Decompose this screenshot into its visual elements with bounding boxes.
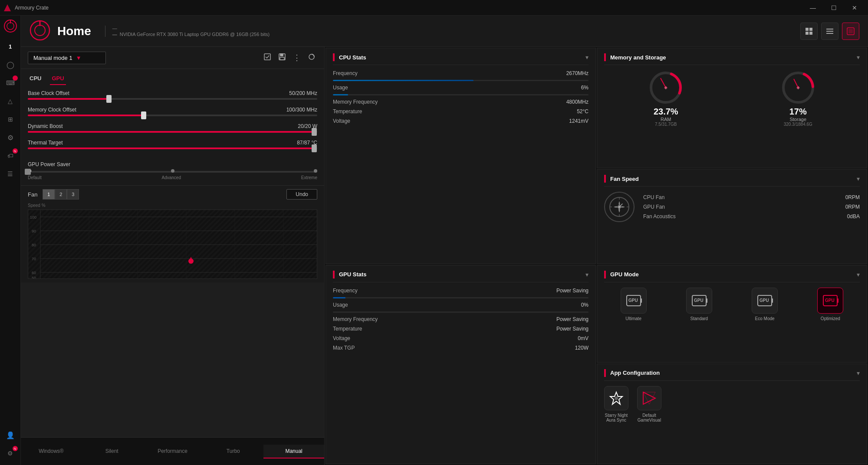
- svg-text:50: 50: [32, 276, 36, 278]
- memory-clock-track[interactable]: [28, 115, 317, 116]
- cpu-frequency-bar: [333, 80, 589, 81]
- gpu-power-saver-track[interactable]: [28, 171, 317, 173]
- memory-clock-label: Memory Clock Offset: [28, 107, 76, 113]
- cpu-stats-expand[interactable]: ▾: [585, 54, 589, 61]
- tab-manual[interactable]: Manual: [263, 445, 324, 458]
- gpu-mode-ultimate[interactable]: GPU Ultimate: [621, 288, 647, 321]
- gpu-frequency-label: Frequency: [333, 288, 358, 294]
- memory-clock-thumb[interactable]: [141, 111, 146, 119]
- settings-icon: ⚙: [7, 450, 13, 457]
- fan-speed-expand[interactable]: ▾: [857, 175, 860, 182]
- cpu-stats-accent: [333, 53, 335, 61]
- fan-speed-title: Fan Speed: [610, 176, 639, 182]
- cpu-usage-bar: [333, 94, 589, 95]
- dynamic-boost-track[interactable]: [28, 131, 317, 133]
- cpu-usage-value: 6%: [581, 85, 589, 91]
- fan-speed-card: Fan Speed ▾: [597, 169, 867, 264]
- sidebar-item-notification[interactable]: △: [2, 93, 19, 109]
- memory-storage-header: Memory and Storage ▾: [604, 53, 860, 65]
- gpu-memfreq-value: Power Saving: [556, 316, 589, 322]
- gpu-stats-expand[interactable]: ▾: [585, 271, 589, 278]
- maximize-button[interactable]: ☐: [824, 0, 844, 16]
- fan-chart[interactable]: 100 90 80 70 60 50: [28, 210, 317, 279]
- sidebar-item-settings[interactable]: ⚙ N: [2, 445, 19, 462]
- right-panel: CPU Stats ▾ Frequency 2670MHz Usage 6%: [325, 47, 868, 465]
- tab-gpu[interactable]: GPU: [50, 72, 66, 85]
- sidebar-item-profile[interactable]: 👤: [2, 427, 19, 443]
- base-clock-track[interactable]: [28, 98, 317, 100]
- svg-rect-12: [826, 31, 833, 32]
- gpu-maxtgp-label: Max TGP: [333, 345, 355, 351]
- sidebar-item-circle[interactable]: ◯: [2, 56, 19, 73]
- app-config-gamevisual[interactable]: Default GameVisual: [637, 386, 661, 422]
- mode-save-button[interactable]: [276, 51, 288, 64]
- fan-label: Fan: [28, 191, 37, 198]
- gps-dot-extreme[interactable]: [314, 169, 317, 173]
- tab-cpu[interactable]: CPU: [28, 72, 43, 85]
- app-config-starry-night[interactable]: Starry Night Aura Sync: [604, 386, 628, 422]
- grid-view-button[interactable]: [800, 23, 818, 40]
- app-config-header: App Configuration ▾: [604, 369, 860, 381]
- sidebar-item-tools[interactable]: ⚙: [2, 129, 19, 146]
- gpu-fan-label: GPU Fan: [643, 204, 665, 210]
- tab-turbo[interactable]: Turbo: [203, 445, 263, 458]
- cpu-temp-value: 52°C: [577, 108, 589, 115]
- mode-refresh-button[interactable]: [306, 51, 317, 64]
- mode-more-button[interactable]: ⋮: [291, 51, 302, 64]
- mode-selector[interactable]: Manual mode 1 ▼: [28, 52, 106, 64]
- gps-dot-advanced[interactable]: [171, 169, 174, 173]
- minimize-button[interactable]: —: [803, 0, 823, 16]
- sidebar-item-list[interactable]: ☰: [2, 166, 19, 182]
- fan-btn-2[interactable]: 2: [55, 189, 67, 200]
- memory-storage-expand[interactable]: ▾: [857, 54, 860, 61]
- gpu-mode-optimized-icon: GPU: [817, 288, 843, 314]
- sidebar-item-keyboard[interactable]: ⌨: [2, 75, 19, 91]
- title-bar-left: Armoury Crate: [3, 4, 49, 12]
- sidebar-item-tag[interactable]: 🏷 N: [2, 147, 19, 164]
- ram-percent: 23.7%: [654, 107, 678, 117]
- gpu-mode-optimized[interactable]: GPU Optimized: [817, 288, 843, 321]
- tab-windows[interactable]: Windows®: [21, 445, 82, 458]
- gpu-mode-standard[interactable]: GPU Standard: [686, 288, 712, 321]
- base-clock-thumb[interactable]: [106, 95, 112, 103]
- tab-silent[interactable]: Silent: [82, 445, 142, 458]
- close-button[interactable]: ✕: [845, 0, 865, 16]
- fan-btn-1[interactable]: 1: [43, 189, 55, 200]
- gpu-mode-expand[interactable]: ▾: [857, 271, 860, 278]
- dropdown-arrow-icon: ▼: [76, 55, 82, 61]
- starry-night-icon: [604, 386, 628, 410]
- mode-check-button[interactable]: [262, 51, 273, 64]
- sidebar-item-1[interactable]: 1: [2, 38, 19, 55]
- cpu-usage-row: Usage 6%: [333, 85, 589, 91]
- window-view-button[interactable]: [842, 23, 859, 40]
- svg-rect-10: [809, 32, 812, 35]
- fan-speed-percent-label: Speed %: [28, 203, 317, 208]
- memory-storage-title: Memory and Storage: [610, 54, 666, 61]
- cpu-stats-card: CPU Stats ▾ Frequency 2670MHz Usage 6%: [326, 48, 596, 264]
- undo-button[interactable]: Undo: [286, 189, 317, 200]
- fan-chart-svg: 100 90 80 70 60 50: [28, 210, 317, 278]
- list-view-button[interactable]: [821, 23, 838, 40]
- thermal-target-track[interactable]: [28, 147, 317, 149]
- dynamic-boost-slider-row: Dynamic Boost 20/20 W: [28, 123, 317, 133]
- ram-gauge-container: + 23.7% RAM 7.5/31.7GB: [648, 70, 683, 127]
- sidebar-bottom: 👤 ⚙ N: [2, 427, 19, 462]
- app-config-expand[interactable]: ▾: [857, 370, 860, 377]
- sidebar-item-display[interactable]: ⊞: [2, 111, 19, 128]
- cpu-memfreq-row: Memory Frequency 4800MHz: [333, 99, 589, 105]
- gpu-mode-content: GPU Ultimate GPU: [604, 288, 860, 321]
- gpu-mode-eco[interactable]: GPU Eco Mode: [752, 288, 778, 321]
- tab-performance[interactable]: Performance: [142, 445, 203, 458]
- svg-text:60: 60: [32, 271, 36, 275]
- dynamic-boost-thumb[interactable]: [312, 128, 317, 136]
- cpu-gpu-tabs: CPU GPU: [21, 69, 324, 85]
- svg-rect-19: [280, 57, 284, 60]
- storage-percent: 17%: [784, 107, 812, 117]
- gpu-maxtgp-row: Max TGP 120W: [333, 345, 589, 351]
- svg-point-5: [35, 25, 45, 36]
- thermal-target-thumb[interactable]: [312, 144, 317, 152]
- gpu-usage-label: Usage: [333, 302, 348, 308]
- fan-btn-3[interactable]: 3: [67, 189, 79, 200]
- page-title: Home: [57, 24, 91, 38]
- gps-thumb[interactable]: [25, 169, 31, 175]
